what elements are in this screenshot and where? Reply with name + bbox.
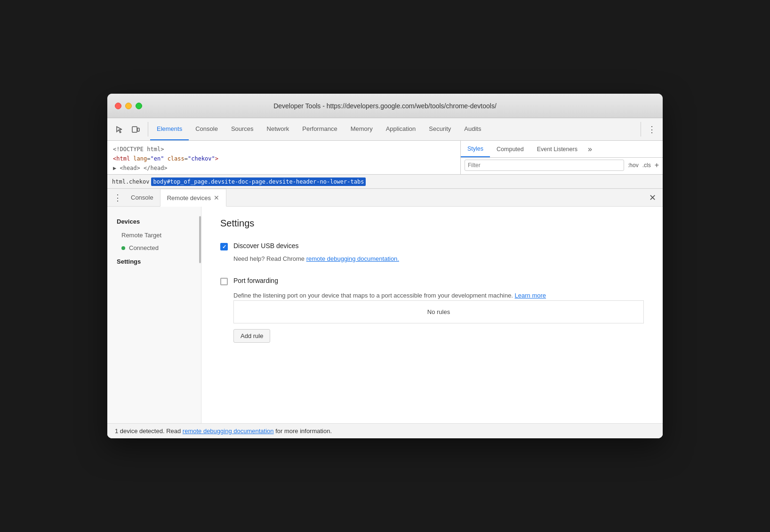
breadcrumb: html.chekov body#top_of_page.devsite-doc… [107, 175, 663, 189]
scroll-indicator [199, 216, 201, 263]
tab-performance[interactable]: Performance [296, 118, 344, 140]
port-forwarding-section: Define the listening port on your device… [233, 291, 644, 343]
no-rules-box: No rules [233, 300, 644, 323]
port-forwarding-label: Port forwarding [233, 277, 278, 284]
maximize-button[interactable] [136, 103, 142, 109]
drawer-content: Devices Remote Target Connected Settings… [107, 207, 663, 423]
drawer-tab-remote-devices-label: Remote devices [167, 194, 211, 202]
learn-more-link[interactable]: Learn more [515, 292, 546, 299]
settings-content: Settings Discover USB devices Need help?… [201, 207, 663, 423]
title-bar: Developer Tools - https://developers.goo… [107, 94, 663, 118]
status-text-suffix: for more information. [274, 427, 332, 435]
tab-application[interactable]: Application [379, 118, 423, 140]
styles-filter-row: :hov .cls + [461, 158, 663, 173]
port-forwarding-desc-text: Define the listening port on your device… [233, 292, 515, 299]
drawer-menu-icon[interactable]: ⋮ [111, 191, 124, 204]
discover-usb-description: Need help? Read Chrome remote debugging … [233, 254, 644, 264]
port-forwarding-checkbox[interactable] [220, 278, 228, 285]
drawer-tab-remote-devices[interactable]: Remote devices ✕ [160, 189, 226, 207]
status-bar: 1 device detected. Read remote debugging… [107, 423, 663, 438]
discover-usb-label: Discover USB devices [233, 242, 299, 250]
tab-styles[interactable]: Styles [461, 141, 490, 157]
tab-memory[interactable]: Memory [344, 118, 379, 140]
device-toggle-icon[interactable] [129, 123, 142, 136]
port-forwarding-description: Define the listening port on your device… [233, 291, 644, 301]
styles-filter-input[interactable] [465, 160, 624, 171]
discover-usb-checkbox[interactable] [220, 243, 228, 250]
tab-event-listeners[interactable]: Event Listeners [530, 141, 584, 157]
status-text-prefix: 1 device detected. Read [115, 427, 183, 435]
tab-audits[interactable]: Audits [457, 118, 488, 140]
tab-elements[interactable]: Elements [150, 118, 189, 140]
tab-network[interactable]: Network [260, 118, 296, 140]
devtools-window: Developer Tools - https://developers.goo… [107, 94, 663, 438]
remote-debugging-docs-link-1[interactable]: remote debugging documentation. [306, 255, 399, 262]
bottom-area: ⋮ Console Remote devices ✕ ✕ Devices Rem… [107, 189, 663, 438]
toolbar-icons [109, 118, 146, 140]
devtools-tabs: Elements Console Sources Network Perform… [150, 118, 639, 140]
add-rule-button[interactable]: Add rule [233, 329, 270, 343]
styles-panel: Styles Computed Event Listeners » :hov .… [460, 141, 663, 174]
hov-button[interactable]: :hov [628, 162, 639, 169]
add-style-icon[interactable]: + [655, 161, 659, 169]
tab-security[interactable]: Security [422, 118, 457, 140]
doctype-line: <!DOCTYPE html> [113, 145, 455, 154]
settings-heading: Settings [220, 218, 644, 229]
help-text: Need help? Read Chrome [233, 255, 306, 262]
tab-sources[interactable]: Sources [225, 118, 260, 140]
discover-usb-group: Discover USB devices Need help? Read Chr… [220, 242, 644, 264]
close-button[interactable] [115, 103, 121, 109]
elements-panel: <!DOCTYPE html> <html lang="en" class="c… [107, 141, 460, 174]
drawer-tab-console[interactable]: Console [124, 189, 160, 207]
tab-console[interactable]: Console [189, 118, 225, 140]
sidebar-item-connected[interactable]: Connected [107, 242, 201, 254]
devtools-toolbar: Elements Console Sources Network Perform… [107, 118, 663, 141]
status-bar-link[interactable]: remote debugging documentation [183, 427, 274, 435]
connected-dot-icon [121, 246, 125, 250]
discover-usb-row: Discover USB devices [220, 242, 644, 250]
cls-button[interactable]: .cls [642, 162, 651, 169]
toolbar-divider [148, 122, 148, 137]
panel-area: <!DOCTYPE html> <html lang="en" class="c… [107, 141, 663, 175]
svg-rect-1 [137, 128, 139, 131]
toolbar-divider-2 [641, 122, 641, 137]
styles-more-icon[interactable]: » [584, 141, 596, 157]
drawer-close-button[interactable]: ✕ [646, 191, 659, 204]
more-tools-icon[interactable]: ⋮ [643, 118, 661, 140]
port-forwarding-group: Port forwarding Define the listening por… [220, 277, 644, 343]
breadcrumb-html[interactable]: html.chekov [112, 178, 149, 185]
sidebar-devices-title[interactable]: Devices [107, 214, 201, 229]
head-tag-line: ▶ <head> </head> [113, 163, 455, 173]
drawer-tab-close-icon[interactable]: ✕ [214, 194, 219, 202]
sidebar-settings-title[interactable]: Settings [107, 254, 201, 269]
no-rules-label: No rules [427, 308, 450, 315]
remote-target-label: Remote Target [121, 232, 161, 239]
sidebar-item-remote-target[interactable]: Remote Target [107, 229, 201, 242]
html-tag-line: <html lang="en" class="chekov"> [113, 154, 455, 163]
styles-tabs: Styles Computed Event Listeners » [461, 141, 663, 158]
minimize-button[interactable] [125, 103, 132, 109]
sidebar-nav: Devices Remote Target Connected Settings [107, 207, 201, 423]
drawer-tabs-row: ⋮ Console Remote devices ✕ ✕ [107, 189, 663, 207]
tab-computed[interactable]: Computed [490, 141, 530, 157]
inspect-icon[interactable] [113, 123, 126, 136]
connected-label: Connected [129, 244, 159, 251]
svg-rect-0 [132, 127, 137, 132]
window-title: Developer Tools - https://developers.goo… [273, 102, 497, 110]
devtools-panel: Elements Console Sources Network Perform… [107, 118, 663, 438]
port-forwarding-row: Port forwarding [220, 277, 644, 285]
breadcrumb-body[interactable]: body#top_of_page.devsite-doc-page.devsit… [151, 177, 366, 186]
traffic-lights [115, 103, 142, 109]
